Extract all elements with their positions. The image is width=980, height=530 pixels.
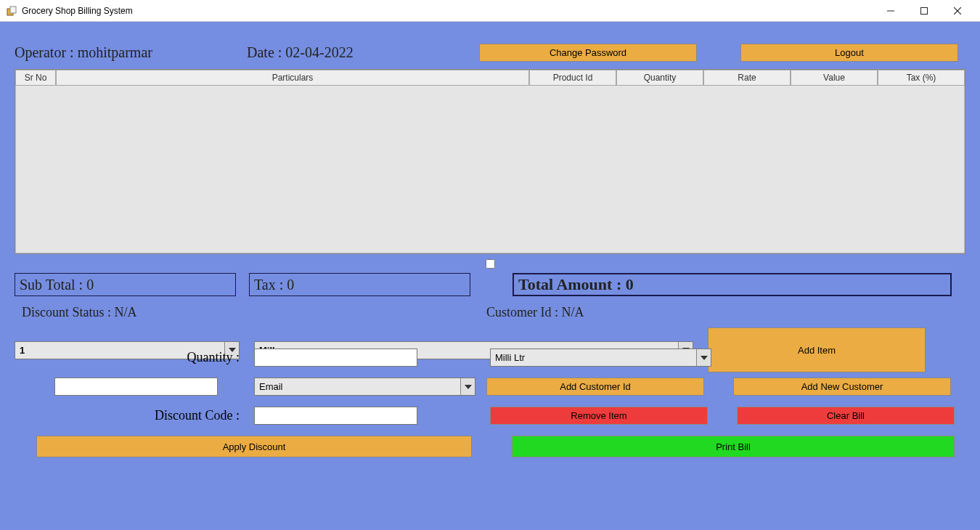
change-password-button[interactable]: Change Password	[479, 44, 697, 62]
tax-box: Tax : 0	[249, 273, 470, 296]
minimize-button[interactable]	[874, 0, 907, 22]
app-icon	[6, 5, 17, 17]
discount-status: Discount Status : N/A	[22, 305, 486, 320]
col-particulars[interactable]: Particulars	[56, 70, 529, 86]
center-checkbox-wrap	[7, 257, 973, 272]
total-amount-text: Total Amount : 0	[518, 275, 634, 294]
apply-discount-button[interactable]: Apply Discount	[36, 436, 472, 457]
svg-rect-1	[10, 7, 16, 13]
discount-code-label: Discount Code :	[15, 408, 240, 423]
col-srno[interactable]: Sr No	[15, 70, 56, 86]
form-row-3: Email Add Customer Id Add New Customer	[15, 378, 965, 396]
add-new-customer-button[interactable]: Add New Customer	[733, 378, 951, 396]
svg-rect-3	[921, 7, 928, 14]
col-productid[interactable]: Product Id	[529, 70, 616, 86]
status-row: Discount Status : N/A Customer Id : N/A	[7, 296, 973, 323]
window-controls	[874, 0, 974, 22]
clear-bill-button[interactable]: Clear Bill	[737, 407, 955, 425]
svg-marker-9	[465, 385, 472, 389]
svg-marker-8	[701, 356, 708, 360]
quantity-input[interactable]	[254, 348, 417, 367]
header-row: Operator : mohitparmar Date : 02-04-2022…	[7, 29, 973, 69]
quantity-label: Quantity :	[15, 350, 240, 365]
maximize-button[interactable]	[907, 0, 941, 22]
print-bill-button[interactable]: Print Bill	[512, 436, 955, 457]
form-row-4: Discount Code : Remove Item Clear Bill	[15, 407, 965, 425]
grid-header: Sr No Particulars Product Id Quantity Ra…	[15, 70, 965, 86]
operator-label: Operator : mohitparmar	[15, 44, 232, 61]
window-title: Grocery Shop Billing System	[22, 6, 874, 16]
customer-lookup-input[interactable]	[54, 378, 218, 396]
unit-value: Milli Ltr	[491, 349, 696, 366]
add-customer-id-button[interactable]: Add Customer Id	[486, 378, 704, 396]
chevron-down-icon[interactable]	[696, 349, 711, 366]
items-grid[interactable]: Sr No Particulars Product Id Quantity Ra…	[15, 69, 965, 254]
col-value[interactable]: Value	[791, 70, 878, 86]
titlebar: Grocery Shop Billing System	[0, 0, 980, 22]
contact-type-combo[interactable]: Email	[254, 378, 475, 396]
subtotal-box: Sub Total : 0	[15, 273, 236, 296]
discount-code-input[interactable]	[254, 407, 417, 425]
form-row-5: Apply Discount Print Bill	[15, 436, 965, 457]
col-quantity[interactable]: Quantity	[616, 70, 703, 86]
app-body: Operator : mohitparmar Date : 02-04-2022…	[0, 22, 980, 530]
total-amount-box: Total Amount : 0	[513, 273, 952, 296]
contact-type-value: Email	[255, 378, 460, 395]
remove-item-button[interactable]: Remove Item	[490, 407, 708, 425]
col-rate[interactable]: Rate	[703, 70, 791, 86]
center-checkbox[interactable]	[486, 259, 495, 269]
col-tax[interactable]: Tax (%)	[878, 70, 965, 86]
add-item-button[interactable]: Add Item	[708, 327, 926, 372]
chevron-down-icon[interactable]	[460, 378, 475, 395]
date-label: Date : 02-04-2022	[247, 44, 457, 61]
unit-combo[interactable]: Milli Ltr	[490, 348, 711, 367]
grid-body[interactable]	[15, 86, 965, 253]
totals-row: Sub Total : 0 Tax : 0 Total Amount : 0	[7, 273, 973, 296]
customer-id-status: Customer Id : N/A	[486, 305, 584, 320]
form-area: 1 Milk Add Item Quantity : Milli Ltr	[7, 323, 973, 457]
close-button[interactable]	[941, 0, 974, 22]
logout-button[interactable]: Logout	[740, 44, 958, 62]
